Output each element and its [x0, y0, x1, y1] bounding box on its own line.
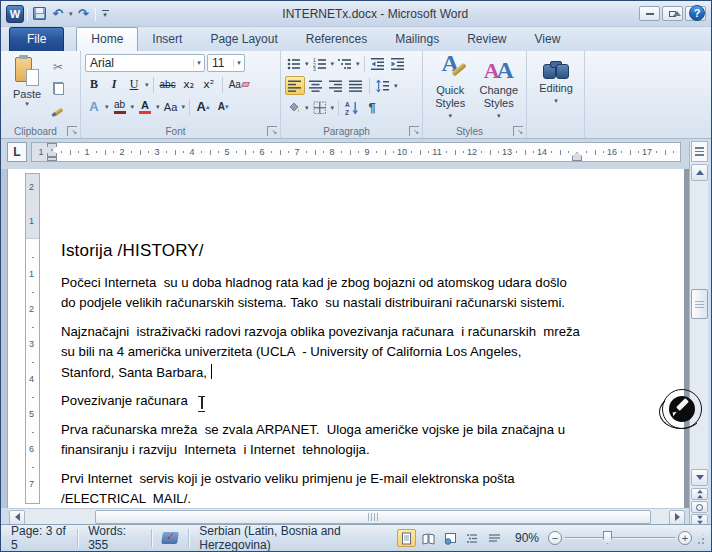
- highlight-button[interactable]: ab: [111, 97, 129, 116]
- zoom-level-label[interactable]: 90%: [515, 531, 539, 545]
- copy-button[interactable]: [49, 79, 67, 98]
- bold-button[interactable]: B: [85, 75, 103, 94]
- change-case-button[interactable]: Aa: [162, 97, 180, 116]
- tab-review[interactable]: Review: [453, 28, 520, 51]
- vertical-scrollbar[interactable]: [689, 141, 708, 526]
- zoom-slider-thumb[interactable]: [603, 531, 612, 544]
- outline-view-button[interactable]: [463, 529, 482, 547]
- show-hide-paragraph-button[interactable]: ¶: [363, 98, 381, 117]
- document-heading[interactable]: Istorija /HISTORY/: [61, 241, 621, 261]
- tab-mailings[interactable]: Mailings: [381, 28, 453, 51]
- borders-button[interactable]: [311, 98, 329, 117]
- zoom-slider[interactable]: [565, 531, 675, 545]
- editing-button[interactable]: Editing ▾: [531, 54, 581, 108]
- document-text[interactable]: Istorija /HISTORY/ Počeci Interneta su u…: [61, 241, 621, 508]
- text-line[interactable]: su bili na 4 američka univerziteta (UCLA…: [61, 344, 621, 364]
- text-line[interactable]: finansiranju i razviju Interneta i Inter…: [61, 442, 621, 462]
- text-line[interactable]: do podjele velikih računarskih sistema. …: [61, 295, 621, 315]
- paragraph-dialog-launcher[interactable]: ↘: [409, 126, 419, 136]
- underline-button[interactable]: U: [125, 75, 143, 94]
- bullets-button[interactable]: [285, 54, 303, 73]
- quick-styles-button[interactable]: A Quick Styles ▾: [427, 54, 474, 123]
- undo-dropdown-arrow[interactable]: ▾: [69, 10, 73, 18]
- full-screen-reading-view-button[interactable]: [419, 529, 438, 547]
- previous-page-button[interactable]: [691, 488, 708, 500]
- zoom-out-button[interactable]: −: [548, 531, 562, 545]
- horizontal-scrollbar[interactable]: [9, 508, 685, 525]
- collapse-ribbon-icon[interactable]: [673, 11, 681, 16]
- strikethrough-button[interactable]: abc: [158, 75, 178, 94]
- font-name-combobox[interactable]: Arial ▾: [85, 54, 205, 72]
- print-layout-view-button[interactable]: [397, 529, 416, 547]
- right-indent-marker[interactable]: [572, 152, 582, 161]
- tab-stop-selector[interactable]: L: [7, 142, 27, 162]
- tab-insert[interactable]: Insert: [138, 28, 196, 51]
- paragraph[interactable]: Počeci Interneta su u doba hladnog rata …: [61, 275, 621, 315]
- shrink-font-button[interactable]: A▾: [214, 97, 232, 116]
- clear-formatting-button[interactable]: Aa: [227, 75, 251, 94]
- align-right-button[interactable]: [327, 76, 345, 95]
- customize-qat-button[interactable]: ▾: [99, 10, 112, 18]
- left-indent-marker[interactable]: [47, 157, 57, 161]
- change-styles-button[interactable]: AA Change Styles ▾: [476, 54, 523, 123]
- chevron-down-icon[interactable]: ▾: [233, 59, 244, 67]
- web-layout-view-button[interactable]: [441, 529, 460, 547]
- font-color-button[interactable]: A: [136, 97, 154, 116]
- format-painter-button[interactable]: [49, 101, 67, 120]
- horizontal-scroll-thumb[interactable]: [95, 510, 651, 524]
- clipboard-dialog-launcher[interactable]: ↘: [67, 126, 77, 136]
- multilevel-list-button[interactable]: [336, 54, 354, 73]
- text-line[interactable]: Prva računarska mreža se zvala ARPANET. …: [61, 422, 621, 442]
- underline-dropdown-arrow[interactable]: ▾: [145, 81, 149, 89]
- text-line[interactable]: Počeci Interneta su u doba hladnog rata …: [61, 275, 621, 295]
- zoom-in-button[interactable]: +: [678, 531, 692, 545]
- scroll-right-button[interactable]: [669, 510, 685, 525]
- paragraph[interactable]: Prva računarska mreža se zvala ARPANET. …: [61, 422, 621, 462]
- font-dialog-launcher[interactable]: ↘: [267, 126, 277, 136]
- chevron-down-icon[interactable]: ▾: [193, 59, 204, 67]
- page-number-indicator[interactable]: Page: 3 of 5: [1, 529, 78, 547]
- language-indicator[interactable]: Serbian (Latin, Bosnia and Herzegovina): [189, 529, 397, 547]
- tab-home[interactable]: Home: [76, 27, 138, 52]
- text-line[interactable]: Stanford, Santa Barbara,: [61, 364, 621, 384]
- document-area[interactable]: 211234567 Istorija /HISTORY/ Počeci Inte…: [1, 169, 689, 508]
- line-spacing-button[interactable]: [374, 76, 392, 95]
- italic-button[interactable]: I: [105, 75, 123, 94]
- sort-button[interactable]: AZ: [343, 98, 361, 117]
- shading-button[interactable]: [285, 98, 303, 117]
- decrease-indent-button[interactable]: [369, 54, 387, 73]
- undo-button[interactable]: ↶: [50, 5, 66, 22]
- tab-file[interactable]: File: [9, 27, 64, 51]
- tab-references[interactable]: References: [292, 28, 381, 51]
- scroll-left-button[interactable]: [9, 510, 25, 525]
- grow-font-button[interactable]: A▴: [194, 97, 212, 116]
- text-line[interactable]: Najznačajni istraživački radovi razvoja …: [61, 324, 621, 344]
- spell-check-indicator[interactable]: [152, 529, 189, 547]
- superscript-button[interactable]: x²: [200, 75, 218, 94]
- numbering-button[interactable]: 123: [311, 54, 329, 73]
- justify-button[interactable]: [347, 76, 365, 95]
- subscript-button[interactable]: x₂: [180, 75, 198, 94]
- align-left-button[interactable]: [285, 76, 305, 95]
- tab-view[interactable]: View: [521, 28, 575, 51]
- paragraph[interactable]: Najznačajni istraživački radovi razvoja …: [61, 324, 621, 384]
- font-size-combobox[interactable]: 11 ▾: [207, 54, 245, 72]
- scroll-up-button[interactable]: [691, 164, 708, 181]
- paste-button[interactable]: Paste ▾: [5, 54, 49, 123]
- resize-grip[interactable]: [695, 531, 705, 545]
- paragraph[interactable]: Prvi Internet servis koji je ostvario ve…: [61, 471, 621, 508]
- styles-dialog-launcher[interactable]: ↘: [513, 126, 523, 136]
- text-line[interactable]: /ELECTRICAL MAIL/.: [61, 491, 621, 508]
- text-line[interactable]: Prvi Internet servis koji je ostvario ve…: [61, 471, 621, 491]
- select-browse-object-button[interactable]: [691, 501, 708, 513]
- save-button[interactable]: [31, 5, 47, 22]
- view-ruler-toggle[interactable]: [691, 141, 708, 162]
- draft-view-button[interactable]: [485, 529, 504, 547]
- word-count-indicator[interactable]: Words: 355: [78, 529, 152, 547]
- scroll-down-button[interactable]: [691, 469, 708, 486]
- align-center-button[interactable]: [307, 76, 325, 95]
- redo-button[interactable]: ↷: [76, 5, 92, 22]
- tab-page-layout[interactable]: Page Layout: [196, 28, 291, 51]
- vertical-scroll-thumb[interactable]: [691, 289, 708, 319]
- cut-button[interactable]: ✂: [49, 57, 67, 76]
